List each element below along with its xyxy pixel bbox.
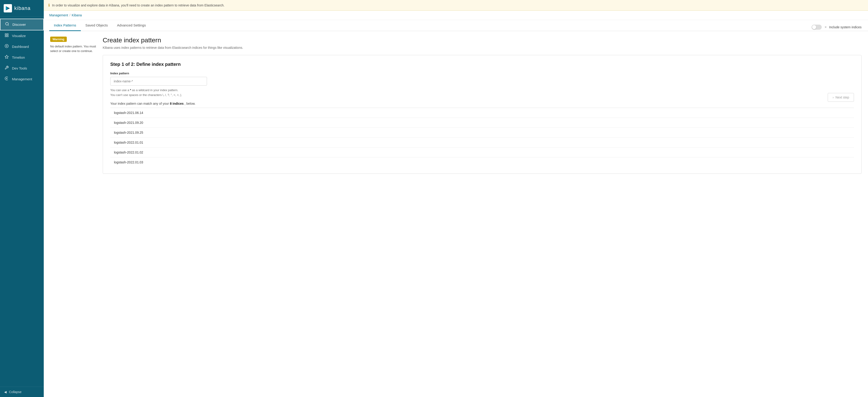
indices-count: 8 indices — [170, 102, 184, 105]
svg-line-3 — [8, 25, 8, 25]
breadcrumb-separator: / — [69, 13, 70, 17]
sidebar-item-devtools-label: Dev Tools — [12, 66, 27, 70]
tab-advanced-settings[interactable]: Advanced Settings — [112, 20, 150, 31]
sidebar-item-dashboard[interactable]: Dashboard — [0, 41, 44, 52]
next-step-label: Next step — [836, 96, 849, 99]
index-list-item: logstash-2021.09.20 — [110, 118, 854, 128]
index-list-item: logstash-2021.09.25 — [110, 128, 854, 137]
sidebar-item-dashboard-label: Dashboard — [12, 45, 29, 48]
info-banner: ℹ In order to visualize and explore data… — [44, 0, 868, 10]
toggle-x-icon: ✕ — [825, 26, 827, 29]
sidebar-item-discover[interactable]: Discover — [0, 19, 44, 30]
info-icon: ℹ — [48, 3, 50, 7]
svg-rect-6 — [5, 36, 6, 37]
toggle-knob — [812, 25, 816, 29]
breadcrumb-current: Kibana — [72, 13, 82, 17]
banner-text: In order to visualize and explore data i… — [52, 3, 224, 7]
sidebar-item-visualize[interactable]: Visualize — [0, 30, 44, 41]
hint-text: You can use a * as a wildcard in your in… — [110, 88, 854, 98]
breadcrumb-parent-link[interactable]: Management — [49, 13, 68, 17]
system-indices-toggle[interactable] — [812, 25, 822, 30]
sidebar-item-timelion-label: Timelion — [12, 56, 25, 59]
main-content: ℹ In order to visualize and explore data… — [44, 0, 868, 397]
content-area: Management / Kibana Index Patterns Saved… — [44, 10, 868, 397]
hint-line2: You can't use spaces or the characters \… — [110, 93, 182, 97]
tab-index-patterns[interactable]: Index Patterns — [49, 20, 81, 31]
indices-info-suffix: , below. — [184, 102, 195, 105]
index-list-item: logstash-2022.01.02 — [110, 147, 854, 157]
form-area: ✕ Include system indices Create index pa… — [103, 37, 862, 174]
app-name: kibana — [14, 5, 31, 11]
sidebar-navigation: Discover Visualize Dashboard — [0, 17, 44, 387]
sidebar-item-management[interactable]: Management — [0, 74, 44, 85]
sidebar: kibana Discover Visualize — [0, 0, 44, 397]
sidebar-item-devtools[interactable]: Dev Tools — [0, 63, 44, 74]
svg-marker-10 — [5, 55, 8, 59]
breadcrumb: Management / Kibana — [44, 10, 868, 20]
content-body: Warning No default index pattern. You mu… — [44, 31, 868, 397]
hint-line1: You can use a * as a wildcard in your in… — [110, 88, 178, 92]
svg-rect-4 — [5, 34, 6, 35]
sidebar-item-visualize-label: Visualize — [12, 34, 26, 38]
discover-icon — [5, 22, 10, 27]
dashboard-icon — [4, 44, 9, 49]
index-pattern-input[interactable] — [110, 77, 207, 86]
indices-info: Your index pattern can match any of your… — [110, 102, 854, 105]
svg-point-8 — [5, 44, 8, 48]
index-list-item: logstash-2022.01.01 — [110, 137, 854, 147]
sidebar-item-timelion[interactable]: Timelion — [0, 52, 44, 63]
warning-badge: Warning — [50, 37, 67, 42]
system-indices-label: Include system indices — [829, 25, 862, 29]
indices-info-prefix: Your index pattern can match any of your — [110, 102, 169, 105]
next-step-icon: › — [833, 96, 834, 99]
tabs-bar: Index Patterns Saved Objects Advanced Se… — [44, 20, 868, 31]
collapse-label: Collapse — [9, 390, 22, 394]
svg-point-9 — [6, 45, 7, 47]
system-indices-row: ✕ Include system indices — [812, 25, 862, 30]
kibana-logo-icon — [4, 4, 12, 12]
sidebar-item-discover-label: Discover — [12, 23, 26, 27]
sidebar-item-management-label: Management — [12, 77, 32, 81]
index-list-item: logstash-2021.06.14 — [110, 108, 854, 118]
step-title: Step 1 of 2: Define index pattern — [110, 62, 854, 67]
warning-text: No default index pattern. You must selec… — [50, 44, 96, 53]
collapse-arrow-icon: ◀ — [4, 390, 7, 394]
management-icon — [4, 76, 9, 82]
svg-rect-7 — [7, 36, 8, 37]
svg-rect-5 — [7, 34, 8, 35]
next-step-button[interactable]: › Next step — [828, 93, 854, 102]
warning-panel: Warning No default index pattern. You mu… — [50, 37, 96, 53]
tab-saved-objects[interactable]: Saved Objects — [81, 20, 113, 31]
devtools-icon — [4, 66, 9, 71]
field-label: Index pattern — [110, 72, 854, 75]
timelion-icon — [4, 55, 9, 60]
index-list-item: logstash-2022.01.03 — [110, 157, 854, 167]
index-list: logstash-2021.06.14logstash-2021.09.20lo… — [110, 108, 854, 167]
svg-point-11 — [6, 78, 7, 79]
page-subtitle: Kibana uses index patterns to retrieve d… — [103, 46, 862, 49]
svg-point-2 — [5, 22, 8, 25]
visualize-icon — [4, 33, 9, 38]
page-title: Create index pattern — [103, 37, 862, 44]
collapse-button[interactable]: ◀ Collapse — [0, 387, 44, 397]
app-logo: kibana — [0, 0, 44, 17]
step-card: Step 1 of 2: Define index pattern Index … — [103, 55, 862, 174]
